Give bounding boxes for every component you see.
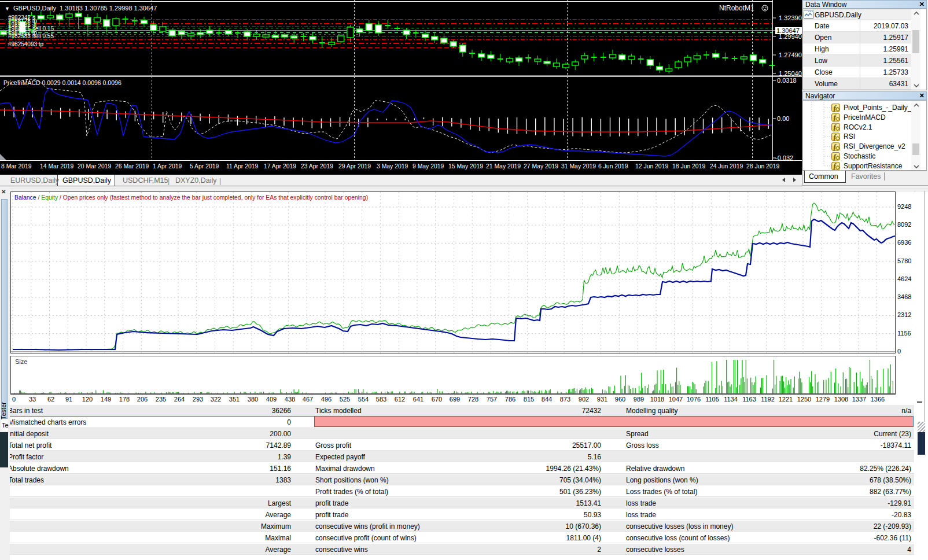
svg-text:Stochastic: Stochastic: [844, 152, 875, 160]
svg-text:Pivot_Points_-_Daily_s!: Pivot_Points_-_Daily_s!: [844, 104, 917, 112]
svg-text:RSI: RSI: [844, 132, 855, 141]
svg-text:PriceInMACD: PriceInMACD: [844, 113, 886, 121]
svg-text:SupportResistance: SupportResistance: [844, 162, 903, 170]
svg-text:Size: Size: [15, 358, 27, 365]
svg-text:RSI_Divergence_v2: RSI_Divergence_v2: [844, 142, 905, 150]
svg-text:ROCv2.1: ROCv2.1: [844, 123, 872, 131]
